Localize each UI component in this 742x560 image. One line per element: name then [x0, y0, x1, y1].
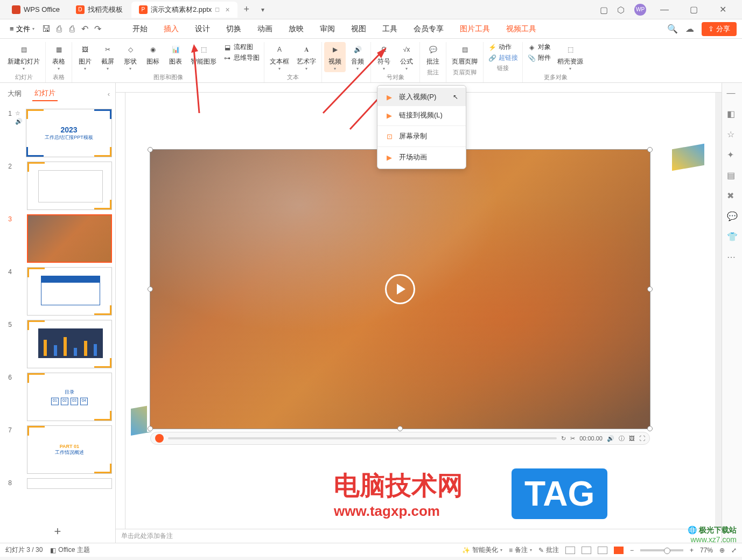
print-icon[interactable]: ⎙	[67, 24, 78, 34]
dropdown-embed-video[interactable]: ▶ 嵌入视频(P) ↖	[377, 88, 466, 106]
share-button[interactable]: ⇪ 分享	[702, 22, 737, 36]
selection-handle[interactable]	[148, 147, 153, 152]
panel-layers-icon[interactable]: ▤	[727, 170, 738, 181]
notes-area[interactable]: 单击此处添加备注	[116, 529, 722, 543]
trim-icon[interactable]: ✂	[570, 435, 575, 442]
avatar[interactable]: WP	[634, 4, 646, 16]
zoom-out-button[interactable]: −	[630, 547, 634, 554]
slide-thumbnail[interactable]	[27, 320, 112, 368]
app-tab-document[interactable]: P 演示文稿素材2.pptx ◻ ×	[131, 2, 237, 18]
tab-member[interactable]: 会员专享	[406, 21, 451, 37]
selection-handle[interactable]	[647, 147, 653, 152]
dropdown-screen-record[interactable]: ⊡ 屏幕录制	[377, 127, 466, 145]
settings-icon[interactable]: ⓘ	[619, 435, 625, 443]
new-tab-button[interactable]: +	[239, 2, 255, 17]
tab-review[interactable]: 审阅	[312, 21, 342, 37]
tab-slideshow[interactable]: 放映	[281, 21, 311, 37]
view-sorter-button[interactable]	[582, 547, 591, 554]
add-slide-button[interactable]: +	[0, 520, 115, 543]
slide-thumbnail[interactable]: 2023工作总结汇报PPT模板	[26, 109, 112, 157]
minimize-button[interactable]: —	[654, 2, 675, 17]
tab-overflow-icon[interactable]: ◻	[215, 6, 220, 13]
search-icon[interactable]: 🔍	[667, 24, 678, 34]
file-menu[interactable]: ≡ 文件 ▾	[5, 22, 39, 36]
tab-list-button[interactable]: ▾	[256, 4, 270, 16]
new-slide-button[interactable]: ▤新建幻灯片▾	[4, 42, 43, 72]
picture-button[interactable]: 🖼图片▾	[74, 42, 96, 72]
theme-button[interactable]: ◧Office 主题	[50, 545, 89, 555]
audio-button[interactable]: 🔊音频▾	[347, 42, 368, 72]
cloud-icon[interactable]: ☁	[684, 24, 695, 34]
textbox-button[interactable]: A文本框▾	[267, 42, 292, 72]
notes-button[interactable]: ≡备注▾	[509, 545, 532, 555]
maximize-button[interactable]: ▢	[683, 2, 704, 17]
slide-thumbnail[interactable]: 目录01020304	[27, 373, 112, 421]
selection-handle[interactable]	[148, 286, 153, 292]
zoom-value[interactable]: 77%	[700, 547, 713, 554]
video-object[interactable]: ↻ ✂ 00:00.00 🔊 ⓘ 🖼 ⛶	[150, 149, 650, 429]
docer-button[interactable]: ⬚稻壳资源▾	[554, 42, 586, 72]
selection-handle[interactable]	[397, 426, 403, 431]
tab-tools[interactable]: 工具	[375, 21, 405, 37]
play-button[interactable]	[385, 274, 415, 304]
expand-button[interactable]: ⤢	[731, 547, 737, 554]
fullscreen-icon[interactable]: ⛶	[639, 435, 645, 442]
slide-canvas[interactable]: ↻ ✂ 00:00.00 🔊 ⓘ 🖼 ⛶	[147, 146, 653, 432]
slide-thumbnail[interactable]	[27, 478, 112, 489]
video-button[interactable]: ▶视频▾	[324, 42, 346, 72]
selection-handle[interactable]	[647, 426, 653, 431]
panel-tools-icon[interactable]: ✖	[727, 191, 738, 201]
slide-thumbnail[interactable]	[27, 162, 112, 210]
selection-handle[interactable]	[647, 286, 653, 292]
collapse-panel-icon[interactable]: —	[727, 88, 738, 99]
fit-button[interactable]: ⊕	[719, 547, 725, 554]
scrollbar-vertical[interactable]	[715, 93, 722, 529]
undo-icon[interactable]: ↶	[80, 24, 90, 34]
close-button[interactable]: ✕	[712, 2, 733, 17]
tab-design[interactable]: 设计	[187, 21, 218, 37]
mindmap-button[interactable]: ⊶思维导图	[221, 53, 262, 63]
panel-star-icon[interactable]: ☆	[727, 129, 738, 140]
attachment-button[interactable]: 📎附件	[525, 53, 553, 63]
view-slideshow-button[interactable]	[614, 547, 624, 554]
header-footer-button[interactable]: ▤页眉页脚	[449, 42, 481, 67]
table-button[interactable]: ▦表格▾	[48, 42, 69, 72]
outline-tab[interactable]: 大纲	[5, 87, 24, 101]
save-icon[interactable]: 🖫	[41, 24, 52, 34]
tab-transition[interactable]: 切换	[219, 21, 249, 37]
equation-button[interactable]: √x公式▾	[396, 42, 417, 72]
image-icon[interactable]: 🖼	[629, 435, 635, 442]
hyperlink-button[interactable]: 🔗超链接	[486, 53, 520, 63]
cube-icon[interactable]: ⬡	[617, 5, 627, 15]
screenshot-button[interactable]: ✂截屏▾	[97, 42, 118, 72]
panel-clothing-icon[interactable]: 👕	[727, 232, 738, 242]
smartart-button[interactable]: ⬚智能图形	[187, 42, 220, 67]
action-button[interactable]: ⚡动作	[486, 42, 520, 52]
slides-tab[interactable]: 幻灯片	[32, 86, 58, 101]
selection-handle[interactable]	[148, 426, 153, 431]
slide-thumbnail[interactable]: PART 01工作情况概述	[27, 425, 112, 474]
dropdown-opening-anim[interactable]: ▶ 开场动画	[377, 148, 466, 166]
comment-button[interactable]: 💬批注	[422, 42, 444, 67]
slide-list[interactable]: 1 ☆🔊 2023工作总结汇报PPT模板 2 3 4	[0, 104, 115, 520]
tab-video-tools[interactable]: 视频工具	[499, 21, 544, 37]
flowchart-button[interactable]: ⬓流程图	[221, 42, 262, 52]
collapse-icon[interactable]: ‹	[108, 90, 110, 98]
chart-button[interactable]: 📊图表	[165, 42, 186, 67]
tab-start[interactable]: 开始	[125, 21, 155, 37]
icons-button[interactable]: ◉图标	[142, 42, 164, 67]
wordart-button[interactable]: 𝐀艺术字▾	[293, 42, 319, 72]
export-icon[interactable]: ⎙	[54, 24, 65, 34]
view-normal-button[interactable]	[565, 547, 575, 554]
tab-insert[interactable]: 插入	[156, 21, 186, 37]
app-tab-template[interactable]: D 找稻壳模板	[68, 2, 130, 18]
slide-thumbnail[interactable]	[27, 214, 112, 263]
volume-icon[interactable]: 🔊	[607, 435, 614, 442]
view-reading-button[interactable]	[598, 547, 607, 554]
shapes-button[interactable]: ◇形状▾	[120, 42, 141, 72]
beautify-button[interactable]: ✨智能美化▾	[462, 545, 502, 555]
symbol-button[interactable]: Ω符号▾	[373, 42, 395, 72]
panel-more-icon[interactable]: ⋯	[727, 252, 738, 263]
app-tab-wps[interactable]: WPS Office	[4, 2, 67, 17]
video-play-button[interactable]	[155, 434, 164, 443]
